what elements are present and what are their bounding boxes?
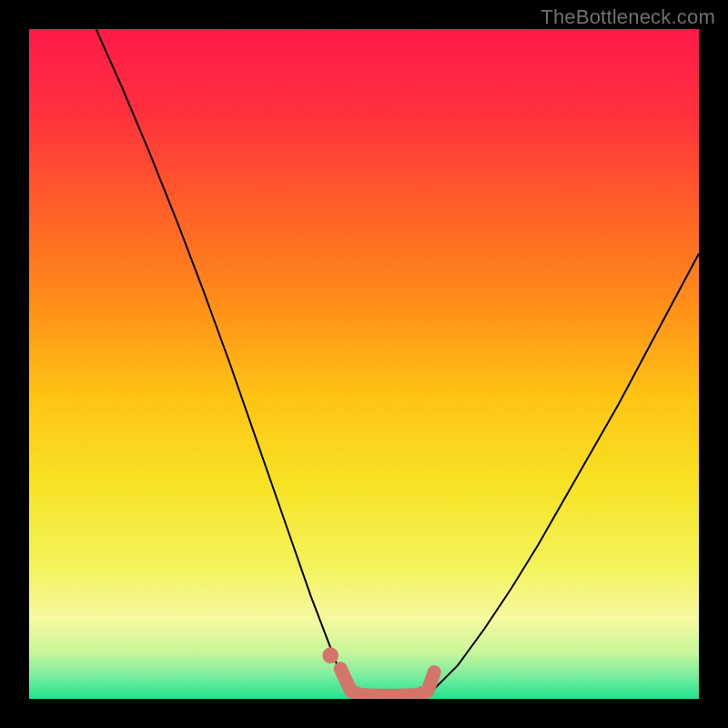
outer-frame: TheBottleneck.com bbox=[0, 0, 728, 728]
marker-accent-dot bbox=[322, 647, 339, 663]
plot-area bbox=[29, 29, 699, 699]
marker-layer bbox=[322, 647, 339, 663]
bottleneck-chart bbox=[29, 29, 699, 699]
gradient-background bbox=[29, 29, 699, 699]
watermark-text: TheBottleneck.com bbox=[541, 5, 715, 29]
